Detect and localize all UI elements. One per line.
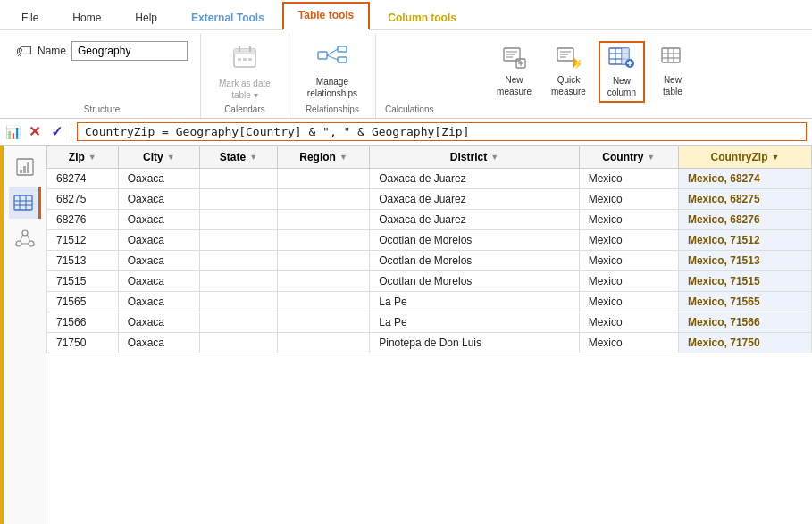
cell-state [200, 271, 278, 292]
new-column-label: Newcolumn [607, 75, 636, 98]
col-header-city[interactable]: City ▼ [118, 146, 199, 169]
new-measure-button[interactable]: Newmeasure [490, 41, 539, 101]
tab-home[interactable]: Home [56, 4, 117, 30]
manage-relationships-button[interactable]: Managerelationships [298, 41, 366, 103]
col-header-district[interactable]: District ▼ [370, 146, 579, 169]
cell-state [200, 312, 278, 333]
cell-state [200, 230, 278, 251]
table-row: 68274OaxacaOaxaca de JuarezMexicoMexico,… [47, 169, 812, 189]
cell-region [277, 189, 369, 210]
tab-file[interactable]: File [5, 4, 54, 30]
cell-region [277, 169, 369, 189]
structure-group-label: Structure [84, 104, 121, 118]
svg-text:⚡: ⚡ [573, 58, 581, 70]
cell-district: La Pe [370, 292, 579, 312]
relationships-icon [317, 45, 347, 74]
svg-rect-4 [238, 58, 241, 61]
name-input[interactable] [71, 41, 188, 61]
sidebar-icon-report[interactable] [9, 151, 41, 183]
table-row: 71512OaxacaOcotlan de MorelosMexicoMexic… [47, 230, 812, 251]
cell-zip: 68276 [47, 210, 119, 230]
cell-country: Mexico [579, 271, 678, 292]
cell-city: Oaxaca [118, 333, 199, 353]
table-row: 71565OaxacaLa PeMexicoMexico, 71565 [47, 292, 812, 312]
cell-district: Pinotepa de Don Luis [370, 333, 579, 353]
cell-countryzip: Mexico, 68276 [678, 210, 811, 230]
cell-state [200, 169, 278, 189]
cell-state [200, 333, 278, 353]
new-table-icon [660, 45, 685, 72]
cell-countryzip: Mexico, 71513 [678, 251, 811, 271]
cell-zip: 68275 [47, 189, 119, 210]
new-table-label: Newtable [663, 74, 682, 97]
relationships-group-label: Relationships [306, 104, 359, 118]
tag-icon: 🏷 [16, 42, 32, 61]
svg-rect-34 [662, 48, 680, 62]
svg-rect-42 [27, 162, 29, 173]
table-row: 71750OaxacaPinotepa de Don LuisMexicoMex… [47, 333, 812, 353]
tab-help[interactable]: Help [119, 4, 173, 30]
manage-relationships-label: Managerelationships [307, 76, 357, 99]
formula-cancel-button[interactable]: ✕ [26, 123, 43, 140]
ribbon-group-structure: 🏷 Name Structure [4, 34, 201, 118]
cell-region [277, 230, 369, 251]
ribbon-group-calculations: Newmeasure ⚡ Quickmeasure [376, 34, 808, 118]
cell-city: Oaxaca [118, 292, 199, 312]
mark-as-date-table-button[interactable]: Mark as datetable ▾ [210, 41, 280, 104]
table-row: 68276OaxacaOaxaca de JuarezMexicoMexico,… [47, 210, 812, 230]
cell-district: Oaxaca de Juarez [370, 169, 579, 189]
cell-country: Mexico [579, 189, 678, 210]
cell-region [277, 333, 369, 353]
new-measure-label: Newmeasure [497, 74, 532, 97]
cell-city: Oaxaca [118, 312, 199, 333]
tab-external-tools[interactable]: External Tools [175, 4, 280, 30]
cell-state [200, 210, 278, 230]
svg-point-49 [16, 241, 21, 246]
cell-country: Mexico [579, 169, 678, 189]
col-header-state[interactable]: State ▼ [200, 146, 278, 169]
formula-input[interactable]: CountryZip = Geography[Country] & ", " &… [77, 122, 807, 141]
col-header-region[interactable]: Region ▼ [277, 146, 369, 169]
quick-measure-button[interactable]: ⚡ Quickmeasure [544, 41, 593, 101]
cell-countryzip: Mexico, 68274 [678, 169, 811, 189]
svg-rect-40 [20, 170, 22, 173]
tab-column-tools[interactable]: Column tools [372, 4, 473, 30]
quick-measure-icon: ⚡ [556, 45, 581, 72]
svg-line-52 [27, 235, 29, 242]
cell-countryzip: Mexico, 71565 [678, 292, 811, 312]
svg-line-11 [327, 55, 338, 60]
new-measure-icon [502, 45, 527, 72]
svg-rect-1 [234, 49, 255, 54]
main-area: Zip ▼ City ▼ State ▼ Region ▼ District ▼… [0, 146, 812, 524]
col-header-countryzip[interactable]: CountryZip ▼ [678, 146, 811, 169]
new-table-button[interactable]: Newtable [650, 41, 695, 101]
table-row: 71566OaxacaLa PeMexicoMexico, 71566 [47, 312, 812, 333]
svg-rect-7 [318, 52, 327, 59]
name-label: Name [38, 45, 66, 57]
cell-city: Oaxaca [118, 230, 199, 251]
formula-confirm-button[interactable]: ✓ [48, 123, 65, 140]
sidebar-icon-model[interactable] [9, 222, 41, 254]
sidebar-icon-table[interactable] [9, 187, 41, 219]
svg-point-48 [22, 230, 28, 236]
cell-city: Oaxaca [118, 189, 199, 210]
col-header-country[interactable]: Country ▼ [579, 146, 678, 169]
cell-district: Ocotlan de Morelos [370, 251, 579, 271]
cell-zip: 71565 [47, 292, 119, 312]
cell-region [277, 271, 369, 292]
new-column-button[interactable]: Newcolumn [599, 41, 645, 103]
new-column-icon [608, 46, 635, 73]
svg-rect-9 [338, 57, 347, 62]
formula-separator [71, 123, 71, 141]
quick-measure-label: Quickmeasure [551, 74, 586, 97]
cell-district: Ocotlan de Morelos [370, 271, 579, 292]
svg-rect-41 [23, 166, 26, 173]
tab-table-tools[interactable]: Table tools [282, 2, 370, 30]
formula-text: CountryZip = Geography[Country] & ", " &… [85, 125, 469, 138]
col-header-zip[interactable]: Zip ▼ [47, 146, 119, 169]
cell-city: Oaxaca [118, 251, 199, 271]
svg-line-10 [327, 49, 338, 55]
calculations-group-label: Calculations [385, 104, 433, 118]
ribbon-group-relationships: Managerelationships Relationships [289, 34, 376, 118]
sidebar [4, 146, 46, 524]
